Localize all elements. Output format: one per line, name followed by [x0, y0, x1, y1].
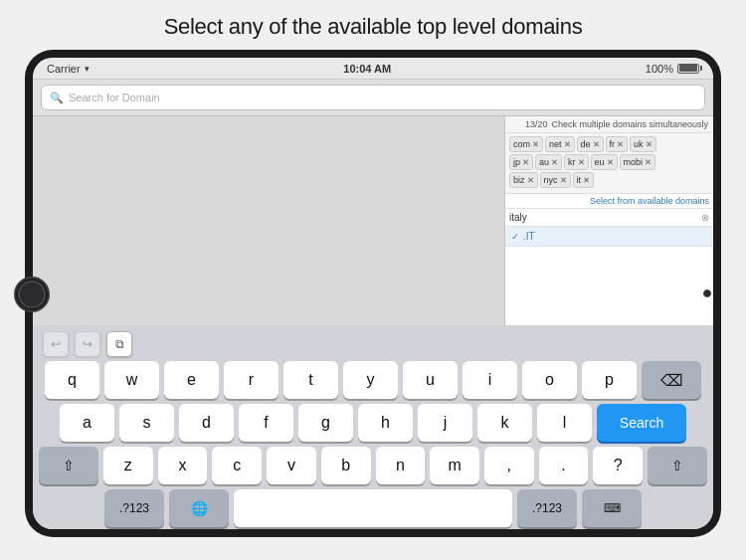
paste-button[interactable]: ⧉ — [106, 331, 132, 357]
key-y[interactable]: y — [343, 361, 398, 399]
tag-eu-remove[interactable]: ✕ — [607, 158, 614, 167]
domain-search-row[interactable]: ⊗ — [505, 209, 713, 227]
key-m[interactable]: m — [430, 447, 479, 484]
domain-search-input[interactable] — [509, 212, 701, 223]
key-s[interactable]: s — [119, 404, 174, 442]
key-row-3: ⇧ z x c v b n m , . ? ⇧ — [39, 447, 707, 484]
key-j[interactable]: j — [418, 404, 472, 442]
tag-uk-remove[interactable]: ✕ — [646, 140, 653, 149]
key-q[interactable]: q — [45, 361, 99, 399]
domain-name-it: .IT — [523, 231, 535, 242]
key-o[interactable]: o — [522, 361, 577, 399]
undo-button[interactable]: ↩ — [43, 331, 69, 357]
tag-kr-remove[interactable]: ✕ — [578, 158, 585, 167]
tag-au-remove[interactable]: ✕ — [551, 158, 558, 167]
keyboard-dismiss-key[interactable]: ⌨ — [582, 489, 642, 527]
tag-kr-label: kr — [568, 157, 576, 167]
tag-eu[interactable]: eu ✕ — [591, 154, 618, 170]
tag-nyc-remove[interactable]: ✕ — [560, 176, 567, 185]
domain-panel: 13/20 Check multiple domains simultaneou… — [504, 116, 713, 325]
key-l[interactable]: l — [537, 404, 592, 442]
key-n[interactable]: n — [376, 447, 426, 484]
tag-biz[interactable]: biz ✕ — [509, 172, 538, 188]
numbers-left-key[interactable]: .?123 — [104, 489, 164, 527]
tag-mobi-label: mobi — [624, 157, 644, 167]
key-w[interactable]: w — [104, 361, 159, 399]
main-content: 13/20 Check multiple domains simultaneou… — [33, 116, 713, 325]
numbers-right-key[interactable]: .?123 — [517, 489, 577, 527]
battery-label: 100% — [646, 63, 673, 75]
key-b[interactable]: b — [321, 447, 371, 484]
domain-check-icon: ✓ — [511, 232, 519, 242]
tag-kr[interactable]: kr ✕ — [564, 154, 589, 170]
globe-key[interactable]: 🌐 — [169, 489, 229, 527]
key-r[interactable]: r — [224, 361, 279, 399]
status-time: 10:04 AM — [343, 63, 391, 75]
search-button[interactable]: Search — [597, 404, 686, 442]
keyboard-rows: q w e r t y u i o p ⌫ a s d f — [35, 361, 711, 527]
home-button-area[interactable] — [23, 283, 43, 303]
tag-biz-label: biz — [513, 175, 525, 185]
shift-right-key[interactable]: ⇧ — [648, 447, 707, 484]
key-e[interactable]: e — [164, 361, 219, 399]
key-p[interactable]: p — [582, 361, 637, 399]
tag-it-label: it — [577, 175, 582, 185]
page-title: Select any of the available top level do… — [144, 0, 603, 50]
backspace-key[interactable]: ⌫ — [642, 361, 701, 399]
key-h[interactable]: h — [358, 404, 413, 442]
domain-count-row: 13/20 Check multiple domains simultaneou… — [505, 116, 713, 133]
key-i[interactable]: i — [463, 361, 517, 399]
tag-com-label: com — [513, 139, 530, 149]
tag-biz-remove[interactable]: ✕ — [527, 176, 534, 185]
domain-search-clear-icon[interactable]: ⊗ — [701, 212, 709, 223]
tag-com[interactable]: com ✕ — [509, 136, 543, 152]
key-period[interactable]: . — [539, 447, 589, 484]
app-area: 🔍 Search for Domain 13/20 Check multiple… — [33, 80, 713, 325]
tag-it[interactable]: it ✕ — [573, 172, 595, 188]
tag-fr-remove[interactable]: ✕ — [617, 140, 624, 149]
domain-check-label: Check multiple domains simultaneously — [551, 119, 708, 129]
key-d[interactable]: d — [179, 404, 234, 442]
space-key[interactable] — [234, 489, 512, 527]
tag-it-remove[interactable]: ✕ — [583, 176, 590, 185]
tag-nyc-label: nyc — [544, 175, 558, 185]
tag-mobi[interactable]: mobi ✕ — [620, 154, 656, 170]
key-u[interactable]: u — [403, 361, 458, 399]
tag-net[interactable]: net ✕ — [545, 136, 575, 152]
tag-com-remove[interactable]: ✕ — [532, 140, 539, 149]
tag-nyc[interactable]: nyc ✕ — [540, 172, 571, 188]
tag-jp[interactable]: jp ✕ — [509, 154, 533, 170]
key-x[interactable]: x — [158, 447, 208, 484]
key-t[interactable]: t — [283, 361, 338, 399]
key-row-1: q w e r t y u i o p ⌫ — [39, 361, 707, 399]
content-left — [33, 116, 504, 325]
ipad-screen: Carrier ▾ 10:04 AM 100% 🔍 Search for Dom… — [33, 58, 713, 529]
redo-button[interactable]: ↪ — [75, 331, 100, 357]
key-a[interactable]: a — [60, 404, 114, 442]
tag-jp-label: jp — [513, 157, 520, 167]
domain-count: 13/20 — [525, 119, 548, 129]
tag-mobi-remove[interactable]: ✕ — [645, 158, 652, 167]
key-g[interactable]: g — [298, 404, 353, 442]
domain-list-item-it[interactable]: ✓ .IT — [505, 227, 713, 247]
tag-au[interactable]: au ✕ — [535, 154, 562, 170]
shift-left-key[interactable]: ⇧ — [39, 447, 98, 484]
tag-fr[interactable]: fr ✕ — [606, 136, 629, 152]
tag-de-remove[interactable]: ✕ — [593, 140, 600, 149]
key-z[interactable]: z — [103, 447, 153, 484]
key-c[interactable]: c — [212, 447, 262, 484]
key-f[interactable]: f — [239, 404, 293, 442]
key-question[interactable]: ? — [593, 447, 643, 484]
tag-de[interactable]: de ✕ — [577, 136, 604, 152]
search-icon: 🔍 — [50, 92, 64, 104]
search-bar[interactable]: 🔍 Search for Domain — [41, 85, 705, 110]
tag-uk[interactable]: uk ✕ — [630, 136, 656, 152]
key-v[interactable]: v — [267, 447, 316, 484]
tag-jp-remove[interactable]: ✕ — [522, 158, 529, 167]
search-placeholder: Search for Domain — [69, 92, 160, 103]
key-row-2: a s d f g h j k l Search — [39, 404, 707, 442]
tags-row-1: com ✕ net ✕ de ✕ — [509, 136, 709, 152]
tag-net-remove[interactable]: ✕ — [564, 140, 571, 149]
key-comma[interactable]: , — [484, 447, 534, 484]
key-k[interactable]: k — [477, 404, 532, 442]
